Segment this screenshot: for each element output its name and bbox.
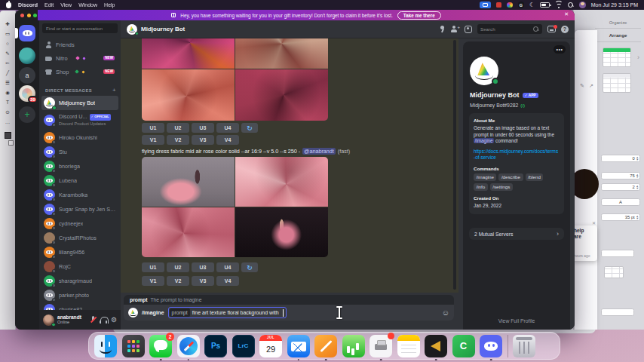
dock-sketch-icon[interactable]: [314, 335, 337, 357]
server-icon-1[interactable]: [19, 48, 35, 64]
u3-button[interactable]: U3: [192, 123, 214, 133]
generated-image[interactable]: [235, 38, 328, 69]
menu-edit[interactable]: Edit: [44, 2, 54, 8]
user-mention[interactable]: @anabrandt: [302, 148, 336, 155]
dock-trash-icon[interactable]: [513, 335, 535, 357]
v3-button[interactable]: V3: [192, 135, 214, 145]
stepper-2[interactable]: 2▴▾: [601, 183, 640, 191]
server-icon-3[interactable]: 20: [19, 85, 35, 102]
inbox-icon[interactable]: [547, 26, 556, 32]
ps-move-tool-icon[interactable]: ✚: [5, 21, 9, 26]
pinned-messages-icon[interactable]: [439, 26, 446, 32]
nav-nitro[interactable]: Nitro NEW: [41, 52, 118, 64]
u1-button[interactable]: U1: [142, 123, 164, 133]
wifi-icon[interactable]: [555, 2, 563, 8]
segmented-control[interactable]: [601, 250, 634, 257]
user-switcher-icon[interactable]: [579, 2, 586, 8]
dm-item[interactable]: parker.photo: [41, 288, 118, 302]
conversation-search[interactable]: Find or start a conversation: [42, 23, 118, 33]
dock-lightroom-icon[interactable]: LrC: [232, 335, 255, 357]
add-friends-icon[interactable]: +: [451, 26, 459, 32]
ps-target-tool-icon[interactable]: ◉: [5, 90, 10, 95]
ps-lasso-tool-icon[interactable]: ○: [6, 41, 9, 46]
nav-shop[interactable]: Shop NEW: [41, 66, 118, 78]
option-value-text[interactable]: fine art texture floral background with: [192, 310, 281, 315]
dm-item[interactable]: Lubena: [41, 173, 118, 188]
command-option-box[interactable]: prompt fine art texture floral backgroun…: [168, 307, 287, 318]
dock-photoshop-icon[interactable]: Ps: [204, 335, 227, 357]
image-grid-fabric[interactable]: [142, 38, 328, 121]
battery-icon[interactable]: [540, 2, 550, 8]
rerun-button[interactable]: ↻: [241, 123, 258, 133]
generated-image[interactable]: [142, 207, 235, 257]
v2-button[interactable]: V2: [167, 135, 189, 145]
v1-button[interactable]: V1: [142, 135, 164, 145]
ps-foreground-color[interactable]: [5, 132, 11, 139]
ps-menu-tool-icon[interactable]: ☰: [5, 80, 10, 85]
dock-messages-icon[interactable]: 2: [149, 335, 172, 357]
v2-button[interactable]: V2: [167, 276, 189, 286]
dock-video-app-icon[interactable]: [425, 335, 447, 357]
ps-more-tools-icon[interactable]: …: [5, 119, 11, 124]
share-arrow-icon[interactable]: ↗: [589, 83, 593, 89]
ps-pen-tool-icon[interactable]: ✎: [5, 51, 9, 56]
profile-avatar[interactable]: [470, 57, 498, 85]
help-icon[interactable]: ?: [561, 26, 569, 33]
dock-launchpad-icon[interactable]: [122, 335, 145, 357]
dm-item[interactable]: Karambolka: [41, 188, 118, 202]
ps-marquee-tool-icon[interactable]: ▭: [5, 31, 10, 36]
menu-clock[interactable]: Mon Jul 29 3:15 PM: [591, 2, 638, 8]
ps-zoom-tool-icon[interactable]: ⊙: [5, 109, 9, 115]
generated-image[interactable]: [235, 157, 328, 207]
dock-safari-icon[interactable]: [177, 335, 200, 357]
dock-camtasia-icon[interactable]: C: [452, 335, 475, 357]
dm-item[interactable]: sharagrimaud: [41, 274, 118, 288]
notification-note[interactable]: ✕ help are hours ago: [572, 225, 597, 261]
spotlight-search-icon[interactable]: [568, 2, 574, 8]
menu-help[interactable]: Help: [104, 2, 115, 8]
bot-avatar[interactable]: [127, 24, 137, 35]
status-red-icon[interactable]: [496, 2, 501, 8]
chat-search-input[interactable]: Search: [477, 24, 542, 34]
generated-image[interactable]: [142, 38, 235, 69]
settings-gear-icon[interactable]: ⚙: [111, 317, 117, 324]
dm-item[interactable]: CrystalRPhotos: [41, 231, 118, 245]
minimize-window-button[interactable]: [27, 14, 31, 17]
inspector-organize-tab[interactable]: Organize: [595, 20, 641, 25]
banner-cta-button[interactable]: Take me there: [397, 11, 441, 20]
dock-finder-icon[interactable]: [94, 335, 117, 357]
user-avatar[interactable]: [43, 314, 54, 326]
dm-item-discord-updates[interactable]: Discord U...✓ OFFICIAL Discord Product U…: [41, 111, 118, 129]
table-style-thumb-green[interactable]: [603, 48, 631, 67]
ps-type-tool-icon[interactable]: T: [6, 100, 9, 105]
dock-mail-icon[interactable]: [287, 335, 310, 357]
dnd-moon-icon[interactable]: ☾: [529, 2, 535, 8]
u4-button[interactable]: U4: [216, 262, 239, 272]
headphones-icon[interactable]: [100, 317, 107, 323]
generated-image[interactable]: [235, 207, 328, 257]
banner-close-icon[interactable]: ✕: [564, 11, 569, 17]
chat-scrollbar[interactable]: [453, 40, 456, 290]
stepper-35pt[interactable]: 35 pt▴▾: [601, 213, 640, 221]
stepper-0[interactable]: 0▴▾: [601, 155, 640, 162]
ps-line-tool-icon[interactable]: ╱: [6, 70, 9, 75]
add-server-button[interactable]: +: [19, 106, 35, 123]
nav-friends[interactable]: Friends: [41, 38, 118, 51]
screen-record-icon[interactable]: [480, 2, 491, 8]
stepper-75[interactable]: 75▴▾: [601, 172, 640, 179]
dm-header[interactable]: DIRECT MESSAGES +: [45, 87, 116, 94]
font-style-button[interactable]: A: [601, 198, 640, 206]
bottom-pill-button[interactable]: [601, 308, 634, 316]
thumb-chevron-icon[interactable]: ›: [637, 54, 639, 61]
message-input[interactable]: /imagine prompt fine art texture floral …: [124, 305, 454, 321]
apple-menu-icon[interactable]: [6, 2, 11, 8]
home-button[interactable]: [19, 25, 35, 41]
dm-item[interactable]: cydneejex: [41, 216, 118, 231]
u2-button[interactable]: U2: [167, 123, 189, 133]
v4-button[interactable]: V4: [216, 276, 239, 286]
ps-scissors-tool-icon[interactable]: ✂: [5, 60, 9, 66]
dm-item[interactable]: liliang9456: [41, 245, 118, 259]
table-style-thumb-plain[interactable]: [603, 73, 631, 93]
mute-mic-icon[interactable]: [90, 316, 97, 324]
profile-more-icon[interactable]: •••: [554, 45, 566, 54]
